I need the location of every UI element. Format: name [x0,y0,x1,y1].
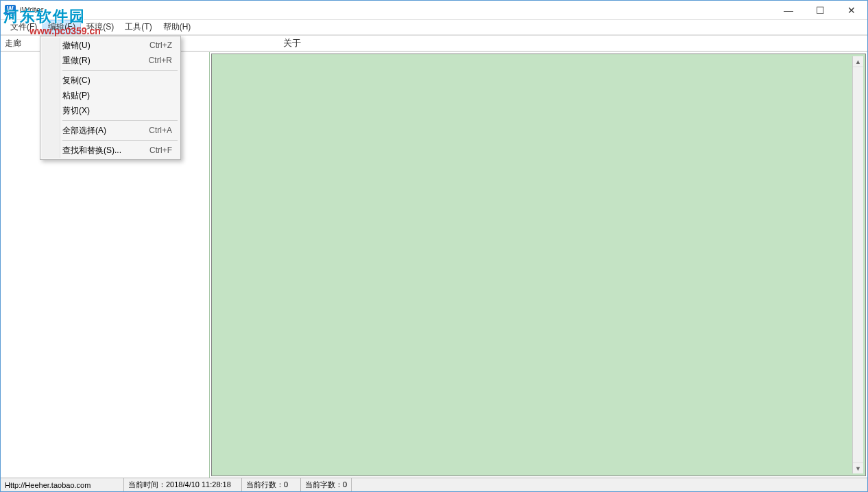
close-button[interactable]: ✕ [836,1,867,20]
menu-help[interactable]: 帮助(H) [158,20,197,34]
menu-undo-label: 撤销(U) [62,40,91,51]
menu-environment[interactable]: 环境(S) [81,20,119,34]
status-bar: Http://Heeher.taobao.com 当前时间：2018/4/10 … [1,478,867,491]
menu-find-replace-shortcut: Ctrl+F [149,145,172,155]
status-url: Http://Heeher.taobao.com [1,478,124,491]
menu-copy[interactable]: 复制(C) [42,73,179,88]
toolbar-left-hint: 走廊 [5,38,21,49]
window-controls: — ☐ ✕ [773,1,867,20]
minimize-button[interactable]: — [773,1,804,20]
menu-redo-shortcut: Ctrl+R [149,56,172,65]
editor-textarea[interactable]: ▲ ▼ [211,54,866,476]
status-line-count: 当前行数：0 [242,478,301,491]
menu-undo-shortcut: Ctrl+Z [149,40,172,50]
menu-find-replace-label: 查找和替换(S)... [62,145,121,156]
app-title: iWriter [20,5,43,15]
menu-select-all-shortcut: Ctrl+A [149,126,172,135]
menu-separator [62,120,178,121]
menu-file[interactable]: 文件(F) [5,20,43,34]
edit-dropdown: 撤销(U) Ctrl+Z 重做(R) Ctrl+R 复制(C) 粘贴(P) 剪切… [40,36,181,160]
toolbar-center-label: 关于 [283,37,301,49]
menu-undo[interactable]: 撤销(U) Ctrl+Z [42,38,179,53]
title-bar: iWriter — ☐ ✕ [1,1,867,20]
menu-separator [62,70,178,71]
menu-copy-label: 复制(C) [62,75,91,86]
app-icon [5,5,16,16]
vertical-scrollbar[interactable]: ▲ ▼ [852,56,863,473]
menu-cut-label: 剪切(X) [62,105,90,117]
scroll-up-icon[interactable]: ▲ [853,56,863,67]
menu-bar: 文件(F) 编辑(E) 环境(S) 工具(T) 帮助(H) [1,20,867,35]
menu-cut[interactable]: 剪切(X) [42,103,179,118]
menu-redo-label: 重做(R) [62,55,91,67]
scroll-down-icon[interactable]: ▼ [853,462,863,473]
menu-redo[interactable]: 重做(R) Ctrl+R [42,53,179,68]
menu-edit[interactable]: 编辑(E) [43,20,81,34]
menu-select-all[interactable]: 全部选择(A) Ctrl+A [42,123,179,138]
menu-select-all-label: 全部选择(A) [62,125,106,137]
status-char-count: 当前字数：0 [301,478,352,491]
editor-wrap: ▲ ▼ [210,52,867,478]
status-time: 当前时间：2018/4/10 11:28:18 [124,478,242,491]
menu-separator [62,140,178,141]
menu-tools[interactable]: 工具(T) [119,20,157,34]
maximize-button[interactable]: ☐ [804,1,836,20]
menu-paste-label: 粘贴(P) [62,90,90,102]
menu-paste[interactable]: 粘贴(P) [42,88,179,103]
menu-find-replace[interactable]: 查找和替换(S)... Ctrl+F [42,143,179,158]
app-window: 河东软件园 www.pc0359.cn iWriter — ☐ ✕ 文件(F) … [0,0,868,492]
